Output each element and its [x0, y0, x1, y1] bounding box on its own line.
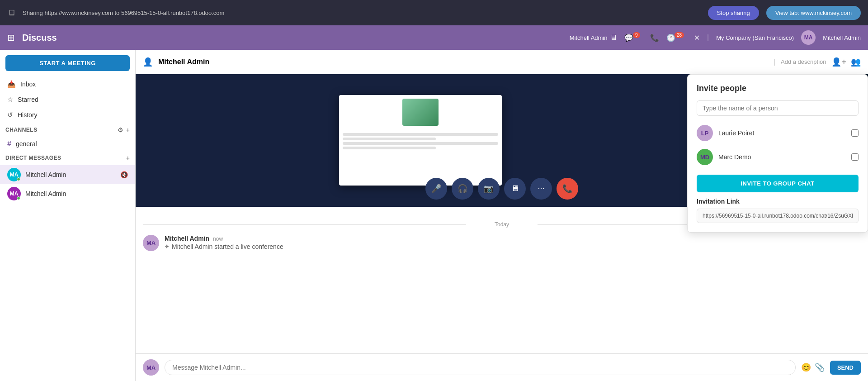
channels-label: CHANNELS [5, 127, 118, 133]
dm-avatar-wrapper-1: MA [7, 168, 21, 181]
invite-link-section: Invitation Link [697, 198, 859, 223]
company-name: My Company (San Francisco) [716, 34, 794, 41]
invite-search-input[interactable] [697, 100, 859, 116]
emoji-button[interactable]: 😊 [801, 362, 811, 372]
close-icon[interactable]: ✕ [694, 33, 700, 42]
sidebar-dm-mitchell-1[interactable]: MA Mitchell Admin 🔇 [0, 165, 135, 184]
grid-icon[interactable]: ⊞ [7, 32, 15, 43]
sidebar: START A MEETING 📥 Inbox ☆ Starred ↺ Hist… [0, 50, 136, 381]
screen-text-line-4 [343, 147, 436, 149]
monitor-icon: 🖥 [610, 33, 617, 42]
sharing-bar: 🖥 Sharing https://www.mckinsey.com to 56… [0, 0, 868, 25]
invite-checkbox-marc[interactable] [851, 153, 859, 161]
message-content: Mitchell Admin now ✈ Mitchell Admin star… [165, 235, 283, 251]
topnav-user-status: Mitchell Admin 🖥 [570, 33, 618, 42]
screen-text-line-3 [343, 142, 498, 145]
screen-share-button[interactable]: 🖥 [504, 178, 526, 200]
mute-icon-1: 🔇 [120, 171, 128, 178]
sidebar-item-inbox[interactable]: 📥 Inbox [0, 76, 135, 92]
stop-sharing-button[interactable]: Stop sharing [708, 6, 759, 20]
channel-hash-icon: # [7, 140, 11, 148]
channels-settings-button[interactable]: ⚙ [118, 126, 123, 133]
dm-name-2: Mitchell Admin [25, 190, 128, 197]
messages-icon: 💬 [624, 34, 633, 42]
topnav-avatar[interactable]: MA [801, 30, 816, 45]
message-avatar: MA [143, 235, 159, 251]
app: ⊞ Discuss Mitchell Admin 🖥 💬 9 📞 🕐 28 ✕ … [0, 25, 868, 381]
mic-button[interactable]: 🎤 [425, 178, 447, 200]
chat-input-actions: 😊 📎 [801, 362, 825, 372]
dm-section-header: DIRECT MESSAGES + [0, 151, 135, 165]
sharing-bar-text: Sharing https://www.mckinsey.com to 5696… [23, 10, 701, 16]
dm-add-button[interactable]: + [126, 154, 130, 162]
history-icon: ↺ [7, 111, 13, 119]
sidebar-item-history[interactable]: ↺ History [0, 107, 135, 123]
sidebar-item-starred-label: Starred [18, 96, 38, 103]
date-divider-text: Today [495, 221, 509, 228]
phone-icon[interactable]: 📞 [650, 33, 659, 42]
chat-header-separator: | [774, 58, 775, 66]
message-avatar-wrapper: MA [143, 235, 159, 251]
invite-checkbox-laurie[interactable] [851, 129, 859, 137]
activity-icon-wrapper[interactable]: 🕐 28 [666, 33, 687, 42]
message-text: Mitchell Admin started a live conference [172, 243, 283, 250]
channel-general-label: general [16, 140, 37, 148]
dm-actions: + [126, 154, 130, 162]
channels-actions: ⚙ + [118, 126, 130, 133]
screen-content-inner [339, 95, 502, 155]
sidebar-dm-mitchell-2[interactable]: MA Mitchell Admin [0, 184, 135, 203]
screen-text-line-2 [343, 138, 436, 140]
dm-label: DIRECT MESSAGES [5, 155, 126, 161]
video-controls: 🎤 🎧 📷 🖥 ··· 📞 [425, 178, 578, 200]
invite-person-marc: MD Marc Demo [697, 145, 859, 169]
chat-header-desc: Add a description [781, 58, 826, 65]
chat-input[interactable] [165, 360, 796, 375]
more-options-button[interactable]: ··· [530, 178, 552, 200]
sidebar-item-history-label: History [18, 111, 38, 119]
members-button[interactable]: 👥 [851, 57, 861, 67]
messages-badge: 9 [633, 32, 640, 38]
app-title: Discuss [22, 33, 562, 43]
status-dot-1 [17, 177, 20, 181]
message-time: now [213, 236, 223, 242]
channels-add-button[interactable]: + [126, 126, 130, 133]
topnav-right: Mitchell Admin 🖥 💬 9 📞 🕐 28 ✕ | My Compa… [570, 30, 861, 45]
camera-button[interactable]: 📷 [478, 178, 500, 200]
invite-link-title: Invitation Link [697, 198, 859, 205]
chat-input-area: MA 😊 📎 SEND [136, 353, 868, 381]
invite-link-input[interactable] [697, 209, 859, 223]
topnav-username: Mitchell Admin [570, 34, 608, 41]
invite-avatar-marc: MD [697, 149, 713, 165]
invite-name-laurie: Laurie Poiret [718, 129, 846, 137]
invite-panel-title: Invite people [697, 84, 859, 93]
sidebar-channel-general[interactable]: # general [0, 137, 135, 151]
screen-content [339, 95, 502, 186]
main-chat: 👤 Mitchell Admin | Add a description 👤+ … [136, 50, 868, 381]
message-header: Mitchell Admin now [165, 235, 283, 242]
inbox-icon: 📥 [7, 80, 16, 88]
invite-group-button[interactable]: INVITE TO GROUP CHAT [697, 175, 859, 192]
screen-text-line-1 [343, 133, 498, 136]
chat-header-actions: 👤+ 👥 [831, 57, 861, 67]
message-row: MA Mitchell Admin now ✈ Mitchell Admin s… [143, 235, 861, 251]
conference-icon: ✈ [165, 243, 169, 250]
chat-header: 👤 Mitchell Admin | Add a description 👤+ … [136, 50, 868, 74]
nav-separator: | [707, 33, 709, 42]
activity-icon: 🕐 [666, 34, 675, 42]
headphone-button[interactable]: 🎧 [452, 178, 473, 200]
sidebar-item-starred[interactable]: ☆ Starred [0, 92, 135, 107]
invite-name-marc: Marc Demo [718, 153, 846, 161]
send-button[interactable]: SEND [830, 361, 861, 375]
messages-icon-wrapper[interactable]: 💬 9 [624, 33, 642, 42]
end-call-button[interactable]: 📞 [557, 178, 578, 200]
attachment-button[interactable]: 📎 [815, 362, 825, 372]
screen-share-preview [136, 74, 705, 207]
view-tab-button[interactable]: View tab: www.mckinsey.com [766, 6, 861, 20]
message-author: Mitchell Admin [165, 235, 209, 242]
content-area: START A MEETING 📥 Inbox ☆ Starred ↺ Hist… [0, 50, 868, 381]
add-user-button[interactable]: 👤+ [831, 57, 846, 67]
start-meeting-button[interactable]: START A MEETING [5, 55, 130, 71]
invite-avatar-laurie: LP [697, 125, 713, 141]
channels-section-header: CHANNELS ⚙ + [0, 123, 135, 137]
invite-person-laurie: LP Laurie Poiret [697, 121, 859, 145]
